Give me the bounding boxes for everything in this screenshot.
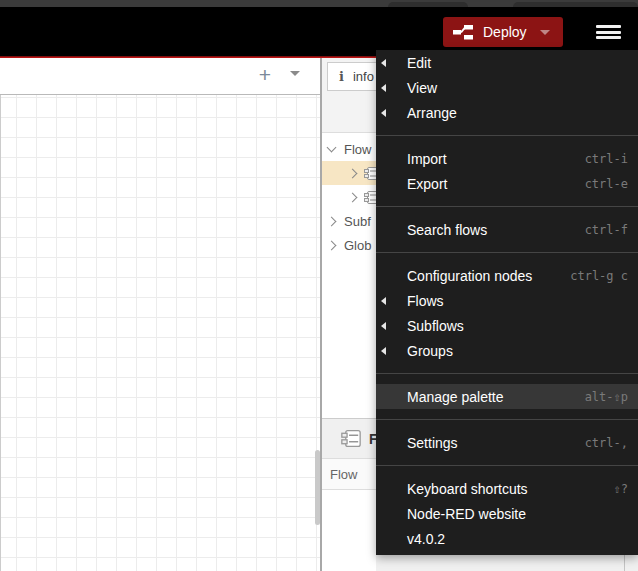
menu-item-shortcut: ctrl-, bbox=[585, 436, 628, 450]
browser-chrome-strip bbox=[0, 0, 638, 7]
sidebar-area-below-menu bbox=[376, 555, 638, 571]
menu-item-shortcut: ctrl-f bbox=[585, 223, 628, 237]
main-menu-hamburger-button[interactable] bbox=[596, 25, 621, 39]
menu-item-label: View bbox=[407, 80, 437, 96]
main-dropdown-menu: Edit View Arrange Import ctrl-i Export c… bbox=[376, 50, 638, 555]
menu-item-label: Arrange bbox=[407, 105, 457, 121]
hamburger-bar bbox=[596, 25, 621, 28]
menu-item-node-red-website[interactable]: Node-RED website bbox=[376, 501, 638, 526]
deploy-dropdown-caret-icon[interactable] bbox=[540, 30, 550, 35]
tree-item-label: Glob bbox=[344, 238, 371, 253]
menu-item-groups[interactable]: Groups bbox=[376, 338, 638, 363]
hamburger-bar bbox=[596, 36, 621, 39]
app-header: Deploy bbox=[0, 7, 638, 56]
menu-separator bbox=[376, 419, 638, 420]
menu-item-import[interactable]: Import ctrl-i bbox=[376, 146, 638, 171]
menu-item-shortcut: ctrl-g c bbox=[570, 269, 628, 283]
menu-item-label: Node-RED website bbox=[407, 506, 526, 522]
menu-item-shortcut: ctrl-e bbox=[585, 177, 628, 191]
menu-item-arrange[interactable]: Arrange bbox=[376, 100, 638, 125]
flow-canvas[interactable] bbox=[0, 95, 321, 571]
menu-item-label: Keyboard shortcuts bbox=[407, 481, 528, 497]
deploy-button-label: Deploy bbox=[483, 24, 527, 40]
chevron-right-icon[interactable] bbox=[327, 240, 337, 250]
tree-item-label: Subf bbox=[344, 214, 371, 229]
deploy-button[interactable]: Deploy bbox=[443, 17, 563, 47]
chevron-right-icon[interactable] bbox=[327, 216, 337, 226]
menu-item-version[interactable]: v4.0.2 bbox=[376, 526, 638, 551]
submenu-left-arrow-icon bbox=[381, 322, 386, 330]
chevron-down-icon[interactable] bbox=[327, 143, 337, 153]
menu-item-keyboard-shortcuts[interactable]: Keyboard shortcuts ⇧? bbox=[376, 476, 638, 501]
flow-icon bbox=[341, 430, 361, 447]
workspace-tab-bar: + bbox=[0, 58, 320, 95]
menu-item-search-flows[interactable]: Search flows ctrl-f bbox=[376, 217, 638, 242]
menu-item-view[interactable]: View bbox=[376, 75, 638, 100]
menu-item-label: Flows bbox=[407, 293, 444, 309]
menu-item-label: Import bbox=[407, 151, 447, 167]
menu-item-flows[interactable]: Flows bbox=[376, 288, 638, 313]
hamburger-bar bbox=[596, 31, 621, 34]
deploy-nodes-icon bbox=[452, 22, 474, 42]
menu-separator bbox=[376, 252, 638, 253]
submenu-left-arrow-icon bbox=[381, 347, 386, 355]
menu-item-label: Manage palette bbox=[407, 389, 504, 405]
sidebar-scrollbar-track-line bbox=[624, 555, 625, 571]
tree-item-label: Flow bbox=[344, 142, 371, 157]
submenu-left-arrow-icon bbox=[381, 59, 386, 67]
menu-item-label: Export bbox=[407, 176, 447, 192]
menu-item-label: Groups bbox=[407, 343, 453, 359]
chevron-right-icon[interactable] bbox=[348, 192, 358, 202]
menu-item-configuration-nodes[interactable]: Configuration nodes ctrl-g c bbox=[376, 263, 638, 288]
menu-item-label: Search flows bbox=[407, 222, 487, 238]
flow-list-chevron-down-icon[interactable] bbox=[290, 71, 300, 76]
menu-item-label: Configuration nodes bbox=[407, 268, 532, 284]
menu-item-label: Settings bbox=[407, 435, 458, 451]
submenu-left-arrow-icon bbox=[381, 84, 386, 92]
menu-item-shortcut: ctrl-i bbox=[585, 152, 628, 166]
menu-separator bbox=[376, 373, 638, 374]
node-red-app: Deploy + i info Flow bbox=[0, 0, 638, 571]
menu-separator bbox=[376, 206, 638, 207]
chevron-right-icon[interactable] bbox=[348, 168, 358, 178]
submenu-left-arrow-icon bbox=[381, 109, 386, 117]
menu-item-subflows[interactable]: Subflows bbox=[376, 313, 638, 338]
menu-item-label: v4.0.2 bbox=[407, 531, 445, 547]
menu-item-edit[interactable]: Edit bbox=[376, 50, 638, 75]
menu-item-settings[interactable]: Settings ctrl-, bbox=[376, 430, 638, 455]
tab-info-label: info bbox=[353, 69, 374, 84]
menu-item-label: Subflows bbox=[407, 318, 464, 334]
menu-separator bbox=[376, 465, 638, 466]
add-flow-button[interactable]: + bbox=[252, 63, 278, 87]
menu-separator bbox=[376, 135, 638, 136]
info-icon: i bbox=[339, 69, 344, 84]
menu-item-shortcut: ⇧? bbox=[614, 482, 628, 496]
submenu-left-arrow-icon bbox=[381, 297, 386, 305]
info-property-label: Flow bbox=[330, 467, 357, 482]
menu-item-shortcut: alt-⇧p bbox=[585, 390, 628, 404]
menu-item-label: Edit bbox=[407, 55, 431, 71]
menu-item-manage-palette[interactable]: Manage palette alt-⇧p bbox=[376, 384, 638, 409]
menu-item-export[interactable]: Export ctrl-e bbox=[376, 171, 638, 196]
